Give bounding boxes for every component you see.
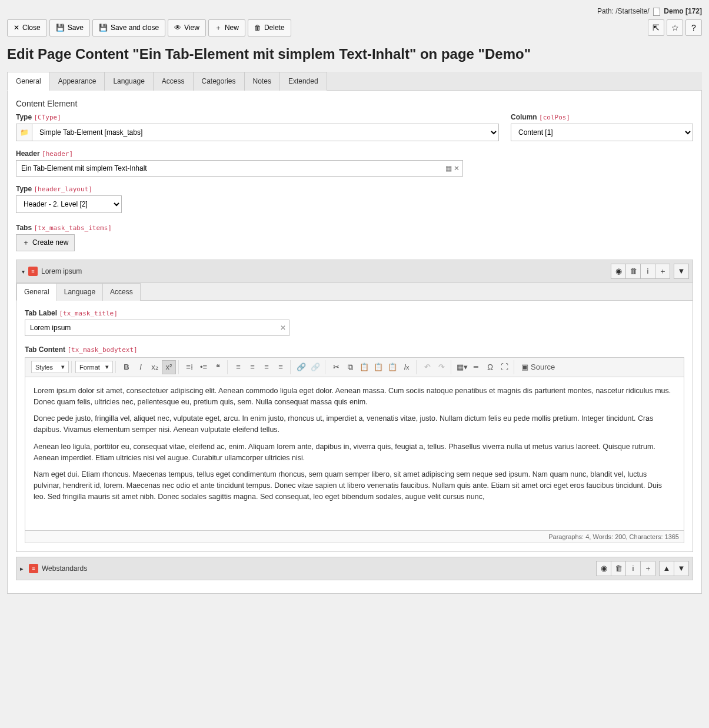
- path-root[interactable]: /Startseite/: [615, 7, 649, 15]
- mask-badge-icon: ≡: [28, 267, 38, 276]
- bold-icon[interactable]: B: [119, 360, 134, 374]
- tab-notes[interactable]: Notes: [244, 72, 280, 91]
- type-select[interactable]: Simple Tab-Element [mask_tabs]: [32, 124, 499, 141]
- maximize-icon[interactable]: ⛶: [497, 360, 511, 374]
- new-item-button[interactable]: ＋: [640, 561, 655, 576]
- paste-icon[interactable]: 📋: [357, 360, 371, 374]
- align-center-icon[interactable]: ≡: [245, 360, 259, 374]
- info-button[interactable]: i: [625, 561, 641, 576]
- column-label: Column [colPos]: [511, 113, 693, 121]
- collapse-icon[interactable]: [20, 267, 25, 275]
- delete-item-button[interactable]: 🗑: [611, 561, 626, 576]
- tab-label-input[interactable]: [25, 320, 289, 336]
- delete-item-button[interactable]: 🗑: [625, 264, 641, 279]
- trash-icon: 🗑: [254, 24, 261, 32]
- paste-word-icon[interactable]: 📋: [385, 360, 400, 374]
- rte-paragraph: Aenean leo ligula, porttitor eu, consequ…: [34, 441, 675, 464]
- tab-language[interactable]: Language: [104, 72, 153, 91]
- close-button[interactable]: ✕ Close: [7, 19, 47, 36]
- remove-format-icon[interactable]: Ix: [400, 360, 414, 374]
- header-input[interactable]: [16, 160, 463, 177]
- section-heading: Content Element: [16, 99, 693, 108]
- subtab-access[interactable]: Access: [102, 283, 141, 301]
- toggle-visibility-button[interactable]: ◉: [596, 561, 611, 576]
- align-right-icon[interactable]: ≡: [259, 360, 274, 374]
- new-item-button[interactable]: ＋: [655, 264, 670, 279]
- irre-header[interactable]: ≡ Lorem ipsum ◉ 🗑 i ＋ ▼: [16, 260, 693, 283]
- mask-badge-icon: ≡: [29, 564, 38, 573]
- view-icon: 👁: [174, 24, 181, 32]
- tab-general[interactable]: General: [7, 72, 50, 91]
- rte-content[interactable]: Lorem ipsum dolor sit amet, consectetuer…: [25, 377, 684, 530]
- rte-styles-dropdown[interactable]: Styles▾: [31, 361, 69, 373]
- superscript-icon[interactable]: x²: [162, 360, 176, 374]
- share-button[interactable]: ⇱: [648, 19, 664, 36]
- irre-title: Lorem ipsum: [41, 267, 82, 275]
- subtab-general[interactable]: General: [16, 283, 57, 301]
- irre-title: Webstandards: [42, 564, 87, 573]
- tabs-section-label: Tabs [tx_mask_tabs_items]: [16, 224, 693, 232]
- bulleted-list-icon[interactable]: •≡: [197, 360, 211, 374]
- info-button[interactable]: i: [640, 264, 655, 279]
- tab-content-label: Tab Content [tx_mask_bodytext]: [25, 345, 684, 354]
- irre-header[interactable]: ≡ Webstandards ◉ 🗑 i ＋ ▲ ▼: [16, 557, 693, 580]
- unlink-icon[interactable]: 🔗: [308, 360, 322, 374]
- close-icon: ✕: [14, 24, 19, 32]
- new-button[interactable]: ＋ New: [208, 19, 245, 36]
- redo-icon[interactable]: ↷: [434, 360, 448, 374]
- page-title: Edit Page Content "Ein Tab-Element mit s…: [7, 46, 702, 62]
- horizontal-rule-icon[interactable]: ━: [469, 360, 483, 374]
- save-close-icon: 💾: [99, 24, 108, 32]
- tab-categories[interactable]: Categories: [193, 72, 245, 91]
- form-panel: Content Element Type [CType] 📁 Simple Ta…: [7, 91, 702, 594]
- blockquote-icon[interactable]: ❝: [211, 360, 225, 374]
- sort-up-button[interactable]: ▲: [659, 561, 674, 576]
- align-left-icon[interactable]: ≡: [231, 360, 245, 374]
- rte-paragraph: Lorem ipsum dolor sit amet, consectetuer…: [34, 385, 675, 408]
- view-button[interactable]: 👁 View: [168, 19, 206, 36]
- source-button[interactable]: ▣ Source: [518, 360, 558, 374]
- align-justify-icon[interactable]: ≡: [274, 360, 288, 374]
- link-icon[interactable]: 🔗: [294, 360, 308, 374]
- header-clear-icon[interactable]: ▦ ✕: [445, 164, 460, 172]
- save-button[interactable]: 💾 Save: [49, 19, 90, 36]
- table-icon[interactable]: ▦▾: [455, 360, 469, 374]
- sort-down-button[interactable]: ▼: [674, 264, 689, 279]
- copy-icon[interactable]: ⧉: [343, 360, 357, 374]
- tab-appearance[interactable]: Appearance: [49, 72, 105, 91]
- create-new-button[interactable]: ＋ Create new: [16, 234, 75, 251]
- column-select[interactable]: Content [1]: [511, 124, 693, 141]
- cut-icon[interactable]: ✂: [329, 360, 343, 374]
- sort-down-button[interactable]: ▼: [674, 561, 689, 576]
- path-label: Path:: [597, 7, 614, 15]
- expand-icon[interactable]: [20, 564, 25, 573]
- header-layout-label: Type [header_layout]: [16, 185, 693, 193]
- tab-label-clear-icon[interactable]: ✕: [280, 324, 286, 332]
- header-label: Header [header]: [16, 149, 463, 158]
- path-page[interactable]: Demo: [664, 7, 683, 15]
- rte-status: Paragraphs: 4, Words: 200, Characters: 1…: [25, 530, 684, 543]
- breadcrumb: Path: /Startseite/ Demo [172]: [7, 7, 702, 16]
- path-page-id: [172]: [685, 7, 702, 15]
- help-button[interactable]: ?: [685, 19, 702, 36]
- subscript-icon[interactable]: x₂: [148, 360, 162, 374]
- save-close-button[interactable]: 💾 Save and close: [92, 19, 165, 36]
- special-char-icon[interactable]: Ω: [483, 360, 497, 374]
- italic-icon[interactable]: I: [134, 360, 148, 374]
- rte-format-dropdown[interactable]: Format▾: [75, 361, 113, 373]
- share-icon: ⇱: [653, 23, 660, 32]
- paste-text-icon[interactable]: 📋: [371, 360, 385, 374]
- tab-extended[interactable]: Extended: [279, 72, 327, 91]
- source-icon: ▣: [521, 363, 528, 371]
- bookmark-button[interactable]: ☆: [667, 19, 683, 36]
- delete-button[interactable]: 🗑 Delete: [248, 19, 291, 36]
- help-icon: ?: [691, 23, 696, 32]
- header-layout-select[interactable]: Header - 2. Level [2]: [16, 195, 122, 213]
- tab-label-label: Tab Label [tx_mask_title]: [25, 309, 289, 317]
- numbered-list-icon[interactable]: ≡⁞: [182, 360, 197, 374]
- rte-editor: Styles▾ Format▾ B I x₂ x²: [25, 357, 684, 543]
- toggle-visibility-button[interactable]: ◉: [611, 264, 626, 279]
- subtab-language[interactable]: Language: [56, 283, 103, 301]
- tab-access[interactable]: Access: [153, 72, 194, 91]
- undo-icon[interactable]: ↶: [420, 360, 434, 374]
